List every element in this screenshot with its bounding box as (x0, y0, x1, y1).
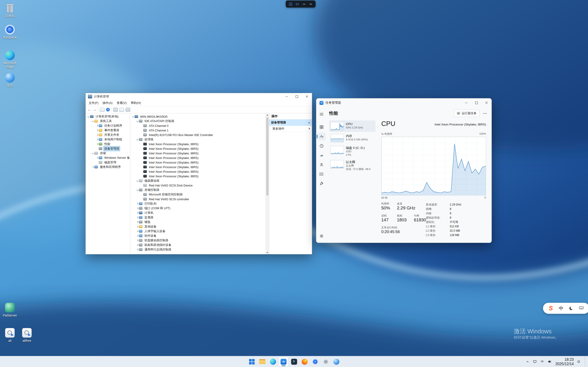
tree-item[interactable]: Intel Xeon Processor (Skylake, IBRS) (130, 169, 266, 174)
taskbar-clock[interactable]: 18:23 2025/12/14 (555, 357, 574, 366)
tree-item[interactable]: Intel Xeon Processor (Skylake, IBRS) (130, 142, 266, 146)
actions-device-manager-item[interactable]: 设备管理器 (269, 119, 312, 126)
tree-item[interactable]: Intel Xeon Processor (Skylake, IBRS) (130, 146, 266, 151)
expand-chevron-icon[interactable] (136, 231, 139, 232)
tm-nav-menu-icon[interactable] (317, 110, 326, 118)
expand-chevron-icon[interactable] (91, 152, 95, 154)
desktop-icon-installer[interactable]: alifree (18, 327, 36, 342)
help-icon[interactable]: ? (106, 108, 110, 111)
tree-item[interactable]: 服务和应用程序 (86, 165, 130, 169)
tree-item[interactable]: ATA Channel 0 (130, 123, 266, 128)
tree-item[interactable]: 计算机 (130, 211, 266, 215)
tree-item[interactable]: Intel Xeon Processor (Skylake, IBRS) (130, 160, 266, 165)
metric-item-ethernet[interactable]: 以太网以太网发送: 72.0 接收: 48.0 (329, 158, 376, 172)
expand-chevron-icon[interactable] (136, 240, 139, 241)
taskbar-task-manager[interactable] (279, 357, 288, 366)
tree-item[interactable]: 键盘 (130, 220, 266, 224)
actions-more-actions-item[interactable]: 更多操作 (269, 126, 312, 132)
expand-chevron-icon[interactable] (95, 139, 99, 140)
tm-maximize-button[interactable] (471, 98, 481, 107)
taskbar-file-explorer[interactable] (258, 357, 267, 366)
tree-item[interactable]: 事件查看器 (86, 128, 130, 133)
tm-titlebar[interactable]: 任务管理器 (316, 98, 492, 107)
tree-item[interactable]: Intel Xeon Processor (Skylake, IBRS) (130, 156, 266, 160)
scrollbar-thumb[interactable] (266, 117, 268, 195)
run-new-task-button[interactable]: 运行新任务 (454, 110, 480, 117)
ime-language-mode[interactable]: 中 (559, 305, 563, 311)
expand-chevron-icon[interactable] (95, 157, 99, 158)
tree-item[interactable]: Intel Xeon Processor (Skylake, IBRS) (130, 165, 266, 169)
tree-item[interactable]: 共享文件夹 (86, 133, 130, 137)
menu-item[interactable]: 查看(V) (115, 100, 129, 106)
expand-chevron-icon[interactable] (136, 203, 139, 204)
tree-item[interactable]: 软件设备 (130, 234, 266, 238)
tree-item[interactable]: 打印队列 (130, 201, 266, 206)
ime-logo-icon[interactable]: S (549, 305, 553, 311)
desktop-icon-installer[interactable]: ali (1, 327, 19, 342)
tm-minimize-button[interactable] (461, 98, 471, 107)
scroll-up-arrow-icon[interactable] (266, 113, 269, 117)
expand-chevron-icon[interactable] (86, 116, 90, 117)
expand-chevron-icon[interactable] (136, 180, 139, 181)
taskbar-firefox[interactable] (300, 357, 309, 366)
collapse-chevron-icon[interactable] (308, 2, 313, 7)
more-options-button[interactable] (481, 110, 488, 117)
fit-window-icon[interactable] (295, 2, 300, 7)
desktop-icon-recycle-bin[interactable]: 回收站 (1, 3, 19, 18)
expand-chevron-icon[interactable] (136, 139, 139, 140)
apps-grid-icon[interactable] (288, 2, 293, 7)
menu-item[interactable]: 帮助(H) (129, 100, 143, 106)
expand-chevron-icon[interactable] (91, 166, 95, 168)
tm-nav-details-icon[interactable] (317, 170, 326, 178)
metric-item-memory[interactable]: 内存6.4/16.0 GB (40%) (329, 132, 376, 144)
tree-item[interactable]: WIN-360OL9KG5O5 (130, 114, 266, 119)
window-icon[interactable] (100, 108, 104, 112)
tray-volume-icon[interactable] (547, 359, 552, 364)
expand-chevron-icon[interactable] (95, 125, 99, 126)
tree-item[interactable]: 监视器 (130, 215, 266, 220)
expand-chevron-icon[interactable] (136, 221, 139, 223)
cm-titlebar[interactable]: 计算机管理 (86, 93, 312, 100)
night-mode-icon[interactable] (569, 307, 573, 310)
expand-chevron-icon[interactable] (136, 249, 139, 250)
taskbar-settings[interactable] (321, 357, 330, 366)
desktop-icon-palserver[interactable]: PalServer (1, 302, 19, 317)
tree-item[interactable]: Red Hat VirtIO SCSI Disk Device (130, 183, 266, 188)
tree-item[interactable]: 系统工具 (86, 119, 130, 123)
tree-item[interactable]: Windows Server 备份 (86, 156, 130, 160)
tray-display-icon[interactable] (532, 359, 537, 364)
back-icon[interactable]: ← (87, 108, 91, 111)
tree-item[interactable]: Microsoft 存储空间控制器 (130, 192, 266, 197)
menu-item[interactable]: 操作(A) (101, 100, 115, 106)
tree-item[interactable]: 处理器 (130, 137, 266, 142)
expand-chevron-icon[interactable] (136, 244, 139, 246)
tm-nav-services-icon[interactable] (317, 180, 326, 187)
expand-chevron-icon[interactable] (136, 226, 139, 227)
expand-chevron-icon[interactable] (136, 208, 139, 209)
show-desktop-button[interactable] (585, 356, 586, 367)
tree-item[interactable]: ATA Channel 1 (130, 128, 266, 133)
metric-item-cpu[interactable]: CPU50% 2.29 GHz (329, 120, 376, 132)
expand-chevron-icon[interactable] (136, 189, 139, 191)
console-icon[interactable] (120, 108, 124, 112)
expand-chevron-icon[interactable] (131, 116, 135, 117)
desktop-icon-edge[interactable]: Microsoft Edge (1, 50, 19, 69)
tm-nav-app-history-icon[interactable] (317, 142, 326, 150)
expand-chevron-icon[interactable] (95, 130, 99, 131)
tree-item[interactable]: 端口 (COM 和 LPT) (130, 206, 266, 211)
ime-keyboard-icon[interactable] (579, 306, 584, 310)
scroll-down-arrow-icon[interactable] (266, 251, 269, 254)
minimize-icon[interactable] (302, 2, 307, 7)
tree-item[interactable]: Intel Xeon Processor (Skylake, IBRS) (130, 174, 266, 178)
taskbar-start-button[interactable] (247, 357, 257, 366)
tree-item[interactable]: 磁盘驱动器 (130, 178, 266, 183)
tree-item[interactable]: 软盘驱动器控制器 (130, 238, 266, 243)
expand-chevron-icon[interactable] (91, 120, 95, 122)
collapse-arrow-icon[interactable] (308, 122, 310, 123)
menu-item[interactable]: 文件(F) (86, 100, 101, 106)
tree-item[interactable]: Red Hat VirtIO SCSI controller (130, 197, 266, 201)
expand-chevron-icon[interactable] (136, 212, 139, 214)
tm-nav-processes-icon[interactable] (317, 123, 326, 131)
tree-item[interactable]: 磁盘管理 (86, 160, 130, 165)
tm-nav-startup-apps-icon[interactable] (317, 151, 326, 159)
